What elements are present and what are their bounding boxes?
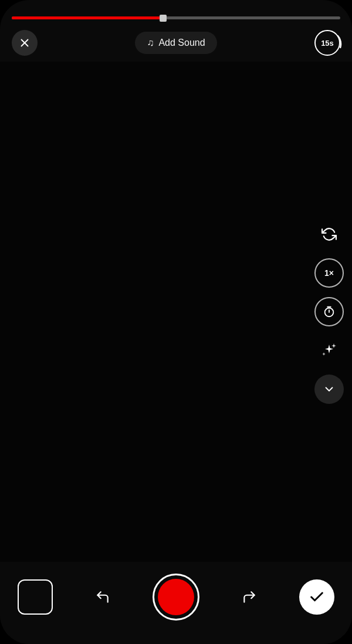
music-icon: ♫ [147, 38, 154, 48]
flip-camera-button[interactable] [314, 220, 344, 249]
flip-camera-icon [321, 227, 337, 242]
close-icon [18, 36, 31, 49]
progress-bar-thumb [160, 15, 167, 22]
speed-button[interactable]: 1× [314, 258, 344, 288]
done-button[interactable] [299, 579, 334, 615]
svg-point-2 [316, 32, 341, 56]
phone-screen: ♫ Add Sound 15s 1× [0, 0, 352, 644]
camera-viewfinder: 1× [0, 62, 352, 562]
redo-button[interactable] [235, 582, 264, 612]
more-controls-button[interactable] [314, 375, 344, 404]
right-controls-panel: 1× [314, 220, 344, 404]
checkmark-icon [309, 589, 325, 605]
timer-duration-button[interactable]: 15s [314, 30, 340, 56]
gallery-button[interactable] [18, 579, 53, 615]
undo-icon [95, 589, 110, 605]
undo-button[interactable] [88, 582, 117, 612]
bottom-controls-bar [0, 562, 352, 644]
redo-icon [242, 589, 257, 605]
add-sound-label: Add Sound [158, 38, 205, 48]
record-inner-circle [158, 579, 194, 615]
effects-button[interactable] [314, 336, 344, 365]
stopwatch-icon [323, 305, 336, 318]
chevron-down-icon [323, 383, 336, 396]
header-toolbar: ♫ Add Sound 15s [0, 19, 352, 62]
record-button[interactable] [153, 574, 199, 621]
progress-bar-container [0, 6, 352, 19]
countdown-timer-button[interactable] [314, 297, 344, 326]
add-sound-button[interactable]: ♫ Add Sound [135, 32, 216, 54]
sparkles-icon [321, 342, 337, 359]
close-button[interactable] [12, 30, 38, 56]
progress-bar-track [12, 16, 340, 19]
progress-bar-fill [12, 16, 163, 19]
speed-label: 1× [324, 268, 334, 278]
timer-arc-svg [314, 30, 343, 58]
